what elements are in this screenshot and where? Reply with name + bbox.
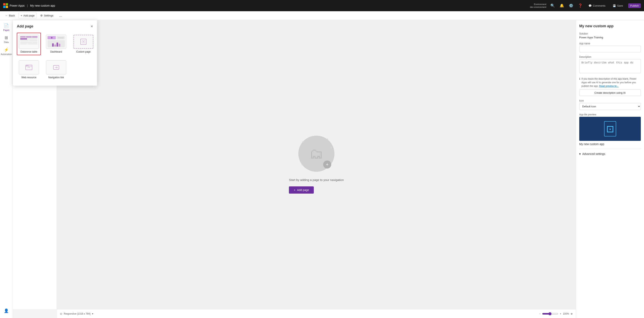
dataverse-table-label: Dataverse table [20,50,37,53]
svg-point-3 [28,65,28,66]
create-description-ai-button[interactable]: Create description using AI [579,90,641,96]
dialog-header: Add page × [13,20,97,31]
web-resource-label: Web resource [22,76,36,79]
read-preview-link[interactable]: Read preview te... [599,85,618,88]
automation-icon: ⚡ [4,47,9,52]
settings-toolbar-label: Settings [44,14,53,17]
comments-button[interactable]: 💬 Comments [586,4,608,8]
sidebar-item-data[interactable]: ⊞ Data [1,34,12,45]
zoom-plus-icon[interactable]: + [560,312,561,315]
zoom-slider[interactable] [542,312,558,315]
sparkle-icon-tr: ✦ [326,137,329,142]
sidebar-item-account[interactable]: 👤 [1,307,12,315]
page-type-custom-page[interactable]: Custom page [72,33,96,55]
add-page-toolbar-button[interactable]: + Add page [18,13,37,19]
data-icon: ⊞ [4,35,8,40]
back-label: Back [9,14,15,17]
product-name: Power Apps [10,4,25,7]
page-type-navigation-link[interactable]: Navigation link [44,58,68,81]
more-icon: ... [59,14,62,18]
description-label: Description [579,56,641,58]
info-icon: ℹ [579,77,580,88]
dashboard-icon [46,35,66,49]
placeholder-text: Start by adding a page to your navigatio… [289,178,344,182]
main-content-area: ✦ ✦ ✦ ✦ 🗂 + Start by adding a page to yo… [57,20,576,309]
back-icon: ← [5,14,8,17]
dashboard-label: Dashboard [50,50,62,53]
publish-button[interactable]: Publish [628,4,641,8]
more-toolbar-button[interactable]: ... [57,12,64,19]
description-textarea[interactable] [579,59,641,73]
add-page-toolbar-label: Add page [24,14,35,17]
custom-page-label: Custom page [76,50,90,53]
responsive-label: Responsive (1316 x 784) [64,312,90,315]
advanced-settings-section[interactable]: ▾ Advanced settings [579,149,641,155]
comments-label: Comments [593,4,606,7]
zoom-minus-icon[interactable]: − [539,312,540,315]
back-button[interactable]: ← Back [3,13,17,18]
custom-page-inner-icon [80,39,86,45]
publish-label: Publish [630,4,639,7]
pages-placeholder-icon: 🗂 [309,146,324,162]
dialog-close-button[interactable]: × [91,24,93,29]
settings-toolbar-button[interactable]: ⚙ Settings [38,13,55,18]
app-tile-preview: ⊡ [579,117,641,141]
topbar: Power Apps | My new custom app Environme… [0,0,644,11]
description-field: Description [579,56,641,74]
help-icon-btn[interactable]: ❓ [577,3,583,9]
settings-icon-btn[interactable]: ⚙️ [568,3,574,9]
sidebar-item-pages[interactable]: 📄 Pages [1,22,12,33]
sparkle-icon-tl: ✦ [302,140,304,144]
dialog-title: Add page [17,24,33,29]
sidebar-item-automation[interactable]: ⚡ Automation [1,46,12,57]
advanced-label: Advanced settings [582,152,605,155]
app-name-input[interactable]: My new custom app [579,46,641,52]
env-label: Environment [530,3,546,6]
panel-title: My new custom app [579,24,641,28]
info-text: If you leave the description of this app… [582,77,641,88]
pages-label: Pages [3,29,10,31]
statusbar: ⊡ Responsive (1316 x 784) ▾ − + 100% ⊕ [57,309,576,318]
save-label: Save [617,4,623,7]
dialog-grid: Dataverse table [13,31,97,86]
save-icon: 💾 [613,4,616,7]
zoom-expand-icon[interactable]: ⊕ [570,312,572,315]
icon-label: Icon [579,99,641,102]
add-page-main-button[interactable]: + Add page [289,186,314,194]
save-button[interactable]: 💾 Save [611,4,625,8]
page-type-dashboard[interactable]: Dashboard [44,33,68,55]
account-icon: 👤 [4,308,9,313]
ms-logo-icon [3,3,8,8]
search-icon-btn[interactable]: 🔍 [550,3,556,9]
dataverse-table-icon [19,35,39,49]
responsive-icon: ⊡ [60,312,62,315]
chevron-down-icon: ▾ [579,152,581,155]
zoom-value-label: 100% [563,312,569,315]
left-sidebar: 📄 Pages ⊞ Data ⚡ Automation 👤 [0,20,13,318]
icon-select[interactable]: Default icon [579,103,641,110]
topbar-separator: | [27,4,28,7]
env-info: Environment dev environment [530,3,546,9]
add-page-main-label: Add page [297,188,309,192]
add-page-toolbar-icon: + [21,14,22,17]
add-page-dialog: Add page × [13,20,97,86]
ai-btn-field: Create description using AI [579,90,641,96]
navigation-link-icon [46,60,66,75]
pages-icon: 📄 [4,23,9,28]
app-name-field: App name My new custom app [579,42,641,52]
add-page-dialog-overlay: Add page × [13,20,97,86]
tile-preview-label: App tile preview [579,113,641,116]
app-name-label: App name [579,42,641,45]
notification-icon-btn[interactable]: 🔔 [559,3,565,9]
app-tile-name: My new custom app [579,142,641,146]
page-type-dataverse-table[interactable]: Dataverse table [17,33,41,55]
ai-info: ℹ If you leave the description of this a… [579,77,641,88]
center-content: ✦ ✦ ✦ ✦ 🗂 + Start by adding a page to yo… [289,136,344,194]
icon-field: Icon Default icon [579,99,641,110]
page-type-web-resource[interactable]: Web resource [17,58,41,81]
plus-badge-icon: + [323,161,331,169]
data-label: Data [4,41,8,43]
svg-point-2 [26,65,27,66]
topbar-right: Environment dev environment 🔍 🔔 ⚙️ ❓ 💬 C… [530,3,641,9]
zoom-control: − + 100% ⊕ [539,312,572,315]
